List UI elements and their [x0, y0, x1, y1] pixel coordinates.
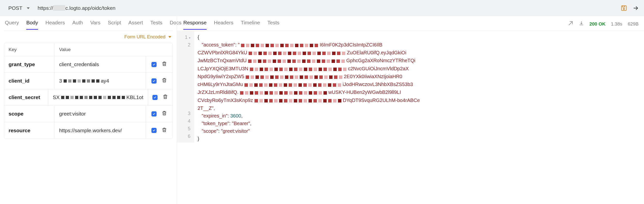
response-body-editor[interactable]: 1 2 3 4 5 6 { "access_token": "I6ImF0K2p…: [177, 31, 644, 143]
body-type-label: Form URL Encoded: [124, 34, 166, 40]
request-tabrow: Query Body Headers Auth Vars Script Asse…: [4, 17, 173, 31]
table-row: scope greet:visitor: [4, 106, 172, 122]
param-value[interactable]: SX KBL1ot: [48, 89, 148, 105]
redacted-segment: [248, 60, 345, 63]
enable-checkbox[interactable]: [152, 62, 156, 67]
value-suffix: ay4: [101, 78, 109, 84]
redacted-segment: [246, 75, 342, 79]
url-suffix: c.logto.app/oidc/token: [65, 5, 115, 11]
tab-tests[interactable]: Tests: [150, 19, 162, 30]
param-value[interactable]: https://sample.workers.dev/: [54, 122, 146, 139]
value-prefix: SX: [53, 94, 60, 100]
param-key[interactable]: scope: [4, 111, 54, 117]
table-row: client_secret SX KBL1ot: [4, 89, 172, 106]
url-hidden-segment: xxxx: [53, 5, 65, 11]
tab-query[interactable]: Query: [5, 19, 19, 30]
tab-response[interactable]: Response: [183, 19, 207, 30]
response-size: 629B: [628, 21, 638, 27]
redacted-segment: [250, 68, 346, 71]
delete-row-button[interactable]: [162, 61, 167, 68]
redacted-segment: [248, 52, 345, 55]
param-key[interactable]: client_secret: [4, 94, 48, 100]
send-request-button[interactable]: [632, 4, 640, 12]
param-key[interactable]: grant_type: [4, 61, 54, 67]
tab-response-headers[interactable]: Headers: [214, 19, 234, 30]
delete-row-button[interactable]: [162, 94, 168, 101]
chevron-down-icon: [168, 36, 171, 38]
body-type-select[interactable]: Form URL Encoded: [4, 31, 173, 43]
param-value[interactable]: 3 ay4: [54, 73, 146, 89]
tab-assert[interactable]: Assert: [128, 19, 143, 30]
svg-point-1: [623, 8, 624, 10]
tab-script[interactable]: Script: [108, 19, 121, 30]
table-row: grant_type client_credentials: [4, 56, 172, 73]
redacted-segment: [244, 83, 341, 87]
http-method-select[interactable]: POST: [4, 5, 34, 11]
request-panel: Query Body Headers Auth Vars Script Asse…: [0, 16, 177, 204]
enable-checkbox[interactable]: [152, 95, 158, 100]
param-key[interactable]: resource: [4, 128, 54, 133]
enable-checkbox[interactable]: [152, 111, 156, 116]
response-tabrow: Response Headers Timeline Tests 200 OK 1…: [177, 17, 644, 31]
url-bar: POST https://xxxxc.logto.app/oidc/token: [0, 0, 644, 16]
redacted-segment: [241, 44, 318, 47]
table-row: resource https://sample.workers.dev/: [4, 122, 172, 139]
header-key: Key: [4, 47, 54, 52]
value-suffix: KBL1ot: [126, 94, 143, 100]
redacted-segment: [64, 79, 100, 83]
save-button[interactable]: [620, 4, 628, 12]
param-value[interactable]: greet:visitor: [54, 106, 146, 122]
redacted-segment: [254, 99, 342, 102]
response-source: { "access_token": "I6ImF0K2p3dCIsImtpZCI…: [194, 31, 644, 143]
redacted-segment: [61, 96, 125, 99]
tab-timeline[interactable]: Timeline: [241, 19, 260, 30]
header-value: Value: [54, 43, 172, 56]
tab-vars[interactable]: Vars: [90, 19, 100, 30]
table-row: client_id 3 ay4: [4, 73, 172, 89]
delete-row-button[interactable]: [162, 110, 167, 117]
delete-row-button[interactable]: [162, 127, 167, 134]
delete-row-button[interactable]: [162, 77, 167, 84]
response-time: 1.38s: [611, 21, 622, 27]
value-prefix: 3: [59, 78, 62, 84]
download-icon[interactable]: [579, 21, 584, 27]
url-input[interactable]: https://xxxxc.logto.app/oidc/token: [38, 5, 616, 11]
tab-headers[interactable]: Headers: [46, 19, 65, 30]
http-method-label: POST: [8, 5, 22, 11]
tab-response-tests[interactable]: Tests: [268, 19, 280, 30]
param-key[interactable]: client_id: [4, 78, 54, 84]
url-prefix: https://: [38, 5, 53, 11]
table-header-row: Key Value: [4, 43, 172, 56]
form-table: Key Value grant_type client_credentials …: [4, 43, 173, 139]
tab-body[interactable]: Body: [26, 19, 38, 30]
line-gutter: 1 2 3 4 5 6: [177, 31, 194, 143]
redacted-segment: [240, 91, 327, 95]
enable-checkbox[interactable]: [152, 128, 156, 133]
chevron-down-icon: [27, 7, 30, 9]
param-value[interactable]: client_credentials: [54, 56, 146, 73]
status-code: 200 OK: [590, 21, 606, 27]
clear-icon[interactable]: [568, 21, 573, 27]
tab-auth[interactable]: Auth: [72, 19, 83, 30]
response-panel: Response Headers Timeline Tests 200 OK 1…: [177, 16, 644, 204]
enable-checkbox[interactable]: [152, 78, 156, 84]
